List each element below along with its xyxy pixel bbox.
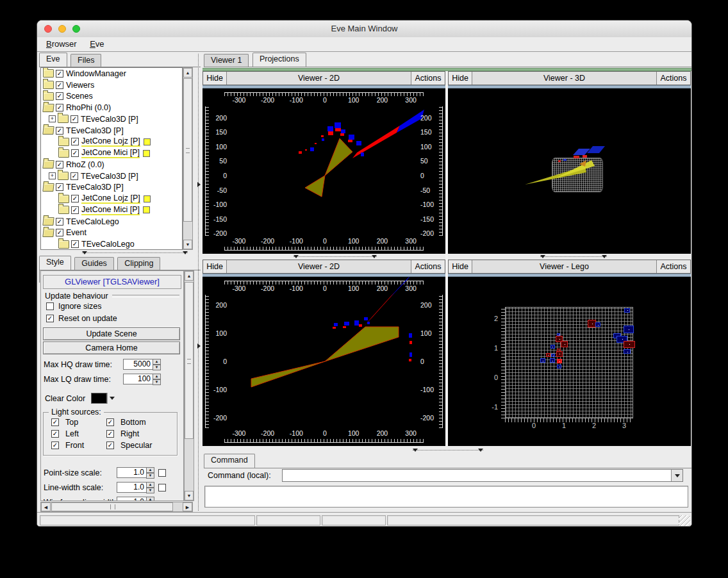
light-source-checkbox[interactable]: ✓: [51, 418, 59, 426]
light-source-checkbox[interactable]: ✓: [106, 430, 114, 438]
viewer-row-splitter[interactable]: [294, 256, 377, 257]
tab-style[interactable]: Style: [39, 256, 71, 270]
scrollbar-thumb[interactable]: [51, 502, 173, 511]
tree-item-label[interactable]: Scenes: [66, 92, 93, 101]
main-vertical-splitter[interactable]: [198, 54, 199, 511]
actions-button[interactable]: Actions: [656, 72, 690, 85]
scroll-down-arrow[interactable]: ▼: [183, 240, 192, 249]
ignore-sizes-checkbox[interactable]: [46, 302, 54, 310]
gl-viewport-rhophi[interactable]: -300-300-200-200-100-1000010010020020030…: [203, 88, 445, 254]
tree-item[interactable]: ✓TEveCaloLego: [41, 238, 182, 250]
point-size-input[interactable]: 1.0: [117, 467, 146, 478]
tree-item-checkbox[interactable]: ✓: [56, 127, 63, 135]
tree-item[interactable]: ✓TEveCaloLego: [41, 216, 182, 227]
tree-item[interactable]: ✓Viewers: [41, 79, 182, 91]
command-input[interactable]: [283, 470, 671, 481]
gl-viewport-lego[interactable]: 210-10123: [448, 277, 691, 446]
tree-item-checkbox[interactable]: ✓: [56, 81, 63, 89]
tree-item-label[interactable]: JetCone Mici [P]: [81, 148, 140, 158]
tree-item[interactable]: ✓JetCone Mici [P]: [41, 147, 182, 159]
hide-button[interactable]: Hide: [203, 72, 227, 85]
scroll-left-arrow[interactable]: ◀: [41, 502, 51, 511]
color-tag-icon[interactable]: [143, 150, 150, 157]
max-hq-input[interactable]: 5000: [123, 359, 153, 370]
tree-item[interactable]: ✓TEveCalo3D [P]: [41, 125, 182, 136]
light-source-checkbox[interactable]: ✓: [106, 442, 114, 449]
reset-on-update-checkbox[interactable]: ✓: [46, 315, 54, 322]
hide-button[interactable]: Hide: [449, 260, 472, 273]
tab-guides[interactable]: Guides: [74, 257, 114, 270]
update-scene-button[interactable]: Update Scene: [43, 327, 180, 340]
line-width-input[interactable]: 1.0: [117, 482, 146, 493]
tree-item[interactable]: ✓Event: [41, 227, 182, 239]
light-source-row[interactable]: ✓Front: [51, 441, 106, 450]
spin-up[interactable]: ▲: [153, 374, 161, 379]
tree-item-checkbox[interactable]: ✓: [56, 229, 63, 236]
command-splitter[interactable]: [413, 450, 483, 450]
style-vscrollbar[interactable]: ▲ ▼: [184, 270, 194, 501]
viewer-row-splitter[interactable]: [540, 256, 607, 257]
tree-item-checkbox[interactable]: ✓: [56, 92, 63, 100]
tree-item-label[interactable]: TEveCalo3D [P]: [81, 115, 138, 124]
tree-expander-icon[interactable]: +: [49, 172, 56, 179]
tab-projections[interactable]: Projections: [252, 53, 306, 67]
tree-item-checkbox[interactable]: ✓: [56, 104, 63, 111]
spin-up[interactable]: ▲: [146, 482, 154, 488]
eve-scene-tree[interactable]: ✓WindowManager✓Viewers✓Scenes✓RhoPhi (0.…: [40, 67, 183, 250]
tree-item-checkbox[interactable]: ✓: [71, 138, 79, 145]
actions-button[interactable]: Actions: [411, 260, 445, 273]
menu-eve[interactable]: Eve: [85, 37, 109, 49]
color-tag-icon[interactable]: [144, 138, 151, 145]
tree-item-checkbox[interactable]: ✓: [70, 115, 78, 123]
tree-item-label[interactable]: Viewers: [66, 81, 94, 90]
tree-item[interactable]: +✓TEveCalo3D [P]: [41, 170, 182, 182]
gl-viewport-rhoz[interactable]: -300-300-200-200-100-1000010010020020030…: [203, 277, 445, 446]
spin-down[interactable]: ▼: [153, 365, 161, 370]
actions-button[interactable]: Actions: [411, 72, 445, 85]
line-width-checkbox[interactable]: [158, 484, 166, 491]
spin-down[interactable]: ▼: [153, 379, 161, 385]
hide-button[interactable]: Hide: [203, 260, 227, 273]
tree-item[interactable]: ✓JetCone Mici [P]: [41, 204, 182, 216]
actions-button[interactable]: Actions: [656, 260, 690, 273]
light-source-row[interactable]: ✓Specular: [106, 441, 173, 450]
title-bar[interactable]: Eve Main Window: [37, 21, 691, 38]
combobox-dropdown-button[interactable]: [671, 470, 682, 481]
spin-up[interactable]: ▲: [146, 497, 154, 501]
point-size-checkbox[interactable]: [158, 469, 166, 477]
tree-item-label[interactable]: JetCone Lojz [P]: [81, 194, 140, 204]
wireframe-input[interactable]: 1.0: [117, 497, 146, 501]
light-source-checkbox[interactable]: ✓: [51, 430, 59, 438]
tree-item[interactable]: ✓TEveCalo3D [P]: [41, 182, 182, 194]
clear-color-swatch[interactable]: [91, 393, 107, 404]
tree-item[interactable]: ✓WindowManager: [41, 68, 182, 79]
scrollbar-thumb[interactable]: [183, 78, 192, 222]
menu-browser[interactable]: Browser: [41, 37, 82, 49]
glviewer-name-bar[interactable]: GLViewer [TGLSAViewer]: [43, 275, 181, 289]
spin-up[interactable]: ▲: [153, 359, 161, 365]
tree-item-checkbox[interactable]: ✓: [56, 161, 63, 169]
gl-viewport-3d[interactable]: [448, 88, 691, 254]
light-source-row[interactable]: ✓Bottom: [106, 418, 173, 427]
tree-item-label[interactable]: Event: [66, 228, 87, 237]
tree-item[interactable]: ✓JetCone Lojz [P]: [41, 136, 182, 148]
resize-grip[interactable]: [679, 515, 690, 527]
tree-item-checkbox[interactable]: ✓: [56, 70, 63, 78]
spin-down[interactable]: ▼: [146, 473, 154, 479]
tree-item-label[interactable]: TEveCaloLego: [81, 240, 135, 249]
tree-item-label[interactable]: TEveCalo3D [P]: [66, 126, 124, 135]
tree-expander-icon[interactable]: +: [49, 115, 56, 122]
tree-item[interactable]: ✓RhoPhi (0.0): [41, 102, 182, 113]
camera-home-button[interactable]: Camera Home: [43, 342, 180, 354]
tree-item[interactable]: ✓Scenes: [41, 91, 182, 103]
tree-item-label[interactable]: RhoZ (0.0): [66, 160, 104, 169]
left-hscrollbar[interactable]: ◀ ▶: [40, 502, 193, 512]
tab-files[interactable]: Files: [70, 54, 101, 67]
tab-clipping[interactable]: Clipping: [117, 257, 160, 270]
spin-up[interactable]: ▲: [146, 467, 154, 473]
tree-splitter[interactable]: [82, 252, 188, 253]
scroll-right-arrow[interactable]: ▶: [183, 502, 192, 511]
tree-item-checkbox[interactable]: ✓: [71, 240, 79, 248]
max-lq-input[interactable]: 100: [123, 374, 153, 384]
tree-item-label[interactable]: RhoPhi (0.0): [66, 103, 111, 112]
